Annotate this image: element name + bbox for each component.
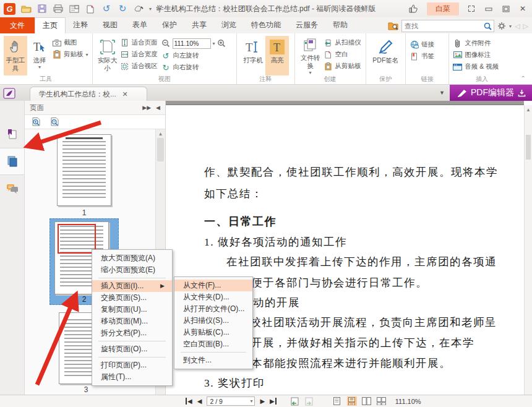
print-icon[interactable] xyxy=(53,3,64,14)
tab-close-icon[interactable]: ✕ xyxy=(122,90,128,98)
next-page-button[interactable]: ▶ xyxy=(260,398,265,405)
ribbon-prev-icon[interactable]: ◁ xyxy=(515,22,520,30)
hand-annotate-caret[interactable]: ▾ xyxy=(149,6,152,12)
facing-icon[interactable] xyxy=(362,396,372,406)
foxit-logo[interactable]: G xyxy=(4,3,15,15)
current-view-rectangle[interactable] xyxy=(58,224,96,254)
submenu-item-blank-page[interactable]: 空白页面(B)... xyxy=(174,338,252,350)
submenu-item-from-file[interactable]: 从文件(F)... xyxy=(174,280,252,291)
prev-view-icon[interactable] xyxy=(290,397,299,406)
tab-features[interactable]: 特色功能 xyxy=(244,17,288,33)
thumbnail-page-1[interactable] xyxy=(57,134,111,206)
submenu-item-from-folder[interactable]: 从文件夹(D)... xyxy=(174,291,252,303)
zoom-in-page-icon[interactable] xyxy=(31,117,41,127)
panel-collapse-icon[interactable]: ◀ xyxy=(156,105,160,111)
zoom-level-input[interactable] xyxy=(173,38,211,49)
submenu-item-from-open-file[interactable]: 从打开的文件(O)... xyxy=(174,303,252,315)
rotate-right-button[interactable]: ↻ 向右旋转 xyxy=(161,62,226,72)
menu-item-zoom-in-preview[interactable]: 放大页面预览(A) xyxy=(92,252,172,264)
ribbon-collapse-icon[interactable]: ⌃ xyxy=(515,75,532,84)
rotate-left-button[interactable]: ↺ 向左旋转 xyxy=(161,51,226,61)
document-scrollbar[interactable]: ▲ xyxy=(524,105,532,395)
pdf-editor-caret[interactable]: ▼ xyxy=(439,90,445,96)
redo-icon[interactable]: ↻ xyxy=(117,3,128,14)
layout-grid-icon[interactable] xyxy=(468,5,475,12)
save-icon[interactable] xyxy=(36,3,48,14)
maximize-icon[interactable] xyxy=(502,6,510,12)
zoom-in-icon[interactable] xyxy=(217,39,226,48)
file-convert-button[interactable]: 文件转换 ▾ xyxy=(299,36,322,75)
zoom-out-icon[interactable] xyxy=(161,39,171,48)
tab-cloud[interactable]: 云服务 xyxy=(288,17,325,33)
tab-help[interactable]: 帮助 xyxy=(325,17,355,33)
clipboard-button[interactable]: 剪贴板 ▾ xyxy=(52,49,88,59)
menu-item-move-pages[interactable]: 移动页面(M)... xyxy=(92,315,172,327)
tab-file[interactable]: 文件 xyxy=(0,17,35,33)
select-tool-button[interactable]: T 选择 ▾ xyxy=(28,36,51,75)
undo-icon[interactable]: ↺ xyxy=(101,3,112,14)
fit-page-button[interactable]: 适合页面 xyxy=(120,38,158,48)
zoom-caret[interactable]: ▾ xyxy=(213,41,215,46)
submenu-item-to-file[interactable]: 到文件... xyxy=(174,354,252,366)
continuous-facing-icon[interactable] xyxy=(377,396,387,406)
menu-item-rotate-pages[interactable]: 旋转页面(O)... xyxy=(92,343,172,355)
menu-item-properties[interactable]: 属性(T)... xyxy=(92,371,172,383)
qat-more-icon[interactable]: ≡ xyxy=(157,6,160,12)
tab-view[interactable]: 视图 xyxy=(95,17,125,33)
blank-page-button[interactable]: 空白 xyxy=(324,49,361,59)
page-number-caret[interactable]: ▾ xyxy=(250,398,254,404)
like-icon[interactable] xyxy=(408,4,418,13)
menu-item-swap-pages[interactable]: 交换页面(S)... xyxy=(92,292,172,304)
submenu-item-from-clipboard[interactable]: 从剪贴板(C)... xyxy=(174,327,252,338)
ribbon-next-icon[interactable]: ▷ xyxy=(523,22,528,30)
comments-panel-button[interactable] xyxy=(0,175,24,202)
tab-comment[interactable]: 注释 xyxy=(66,17,95,33)
new-document-icon[interactable] xyxy=(85,3,96,14)
submenu-item-from-scanner[interactable]: 从扫描仪(S)... xyxy=(174,315,252,327)
tab-browse[interactable]: 浏览 xyxy=(214,17,244,33)
document-scroll-up-icon[interactable]: ▲ xyxy=(525,105,532,113)
pages-panel-button[interactable] xyxy=(0,148,24,175)
continuous-icon[interactable] xyxy=(347,396,357,406)
hand-annotate-icon[interactable] xyxy=(133,3,144,14)
zoom-out-page-icon[interactable] xyxy=(49,117,59,127)
highlight-button[interactable]: T 高亮 xyxy=(265,36,289,75)
panel-scroll-up-icon[interactable]: ▲ xyxy=(156,129,165,137)
search-folder-icon[interactable] xyxy=(388,22,398,30)
actual-size-button[interactable]: 实际大小 xyxy=(97,36,119,75)
menu-item-copy-pages[interactable]: 复制页面(U)... xyxy=(92,304,172,315)
settings-gear-icon[interactable] xyxy=(497,22,506,30)
fit-width-button[interactable]: 适合宽度 xyxy=(120,49,158,59)
document-scroll-thumb[interactable] xyxy=(526,135,531,160)
document-tab[interactable]: 学生机构工作总结：校... ✕ xyxy=(30,87,147,101)
hand-tool-button[interactable]: 手型工具 xyxy=(4,36,27,75)
open-folder-icon[interactable] xyxy=(20,3,32,14)
file-attachment-button[interactable]: 文件附件 xyxy=(453,38,510,48)
close-icon[interactable]: ✕ xyxy=(520,5,526,12)
bookmarks-panel-button[interactable] xyxy=(0,121,24,148)
typewriter-button[interactable]: T 打字机 xyxy=(242,36,264,75)
user-account-button[interactable]: 白菜 xyxy=(427,2,459,15)
single-page-icon[interactable] xyxy=(332,396,342,406)
find-input[interactable] xyxy=(402,22,482,30)
settings-caret[interactable]: ▾ xyxy=(509,24,512,29)
menu-item-print-pages[interactable]: 打印页面(P)... xyxy=(92,359,172,371)
prev-page-button[interactable]: ◀ xyxy=(197,398,202,405)
page-number-input[interactable] xyxy=(207,398,243,405)
email-icon[interactable] xyxy=(69,3,80,14)
menu-item-zoom-out-preview[interactable]: 缩小页面预览(E) xyxy=(92,264,172,276)
last-page-button[interactable]: ▶ xyxy=(270,398,277,405)
tab-form[interactable]: 表单 xyxy=(125,17,155,33)
minimize-icon[interactable] xyxy=(485,6,492,12)
panel-scroll-thumb[interactable] xyxy=(157,138,164,161)
link-button[interactable]: 链接 xyxy=(410,40,445,49)
image-annotation-button[interactable]: 图像标注 xyxy=(453,50,510,60)
tab-protect[interactable]: 保护 xyxy=(155,17,184,33)
find-submit-icon[interactable] xyxy=(482,22,494,30)
next-view-icon[interactable] xyxy=(304,397,314,406)
snapshot-button[interactable]: 截图 xyxy=(52,38,88,48)
pdf-editor-button[interactable]: PDF编辑器 xyxy=(450,85,532,101)
reading-mode-icon[interactable] xyxy=(0,86,19,101)
menu-item-split-document[interactable]: 拆分文档(P)... xyxy=(92,327,172,339)
tab-share[interactable]: 共享 xyxy=(184,17,214,33)
